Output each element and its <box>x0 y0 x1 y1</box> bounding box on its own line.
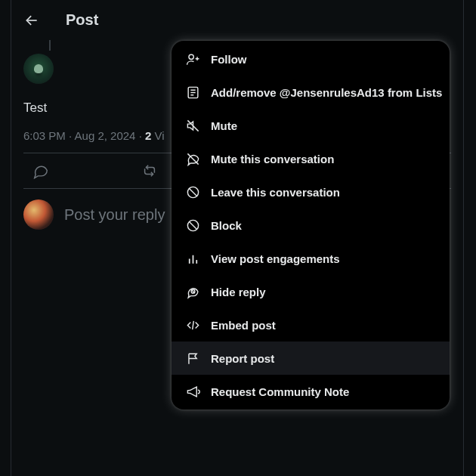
user-plus-icon <box>185 51 200 66</box>
menu-item-label: Request Community Note <box>211 385 349 398</box>
mute-convo-icon <box>185 151 200 166</box>
reply-placeholder: Post your reply <box>64 206 165 224</box>
arrow-left-icon <box>24 13 39 28</box>
menu-item-mute[interactable]: Mute <box>172 109 450 142</box>
menu-item-label: Leave this conversation <box>211 186 340 199</box>
leave-convo-icon <box>185 184 200 199</box>
analytics-icon <box>185 251 200 266</box>
page-title: Post <box>66 11 98 29</box>
reply-icon <box>32 162 49 179</box>
menu-item-label: Report post <box>211 352 274 365</box>
menu-item-label: Mute <box>211 119 237 132</box>
menu-item-label: Follow <box>211 53 247 66</box>
self-avatar[interactable] <box>23 199 54 230</box>
menu-item-label: View post engagements <box>211 252 340 265</box>
menu-item-user-plus[interactable]: Follow <box>172 42 450 76</box>
flag-icon <box>185 351 200 366</box>
menu-item-label: Mute this conversation <box>211 153 334 165</box>
menu-item-flag[interactable]: Report post <box>172 342 450 375</box>
menu-item-label: Add/remove @JensenrulesAd13 from Lists <box>211 86 442 99</box>
hide-reply-icon <box>185 284 200 299</box>
post-time: 6:03 PM <box>23 129 66 142</box>
megaphone-icon <box>185 384 200 399</box>
menu-item-block[interactable]: Block <box>172 209 450 242</box>
repost-button[interactable] <box>137 158 162 184</box>
mute-icon <box>185 118 200 133</box>
post-date: Aug 2, 2024 <box>75 129 136 142</box>
repost-icon <box>141 162 158 179</box>
back-button[interactable] <box>19 8 45 33</box>
menu-item-label: Block <box>211 219 242 232</box>
menu-item-label: Hide reply <box>211 286 266 298</box>
reply-button[interactable] <box>28 158 54 184</box>
menu-item-list[interactable]: Add/remove @JensenrulesAd13 from Lists <box>172 76 450 109</box>
menu-item-analytics[interactable]: View post engagements <box>172 242 450 275</box>
header: Post <box>11 0 463 40</box>
post-views-label: Vi <box>155 129 165 142</box>
author-avatar[interactable] <box>23 54 54 84</box>
menu-item-mute-convo[interactable]: Mute this conversation <box>172 142 450 175</box>
menu-item-embed[interactable]: Embed post <box>172 308 450 342</box>
post-views-count: 2 <box>145 129 151 142</box>
embed-icon <box>185 317 200 332</box>
post-actions-menu: FollowAdd/remove @JensenrulesAd13 from L… <box>172 41 450 410</box>
menu-item-hide-reply[interactable]: Hide reply <box>172 275 450 308</box>
svg-point-0 <box>188 54 193 59</box>
block-icon <box>185 218 200 233</box>
menu-item-megaphone[interactable]: Request Community Note <box>172 375 450 408</box>
list-icon <box>185 85 200 100</box>
menu-item-label: Embed post <box>211 319 276 332</box>
menu-item-leave-convo[interactable]: Leave this conversation <box>172 175 450 209</box>
